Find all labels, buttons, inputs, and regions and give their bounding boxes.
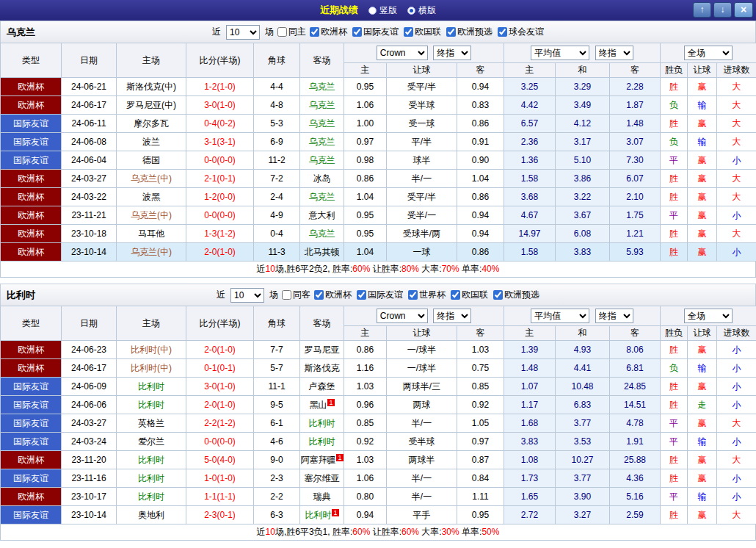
same-venue-checkbox[interactable]: [282, 290, 291, 300]
match-row[interactable]: 欧洲杯24-06-21斯洛伐克(中)1-2(1-0)4-4乌克兰0.95受平/半…: [1, 78, 756, 96]
match-row[interactable]: 欧洲杯23-10-18马耳他1-3(1-2)0-4乌克兰0.95受球半/两0.9…: [1, 225, 756, 243]
euro-source-select[interactable]: 平均值: [531, 46, 589, 60]
score-cell: 1-3(1-2): [186, 225, 254, 243]
asia-away-odds-cell: 0.94: [457, 78, 504, 96]
result-cell: 胜: [661, 378, 688, 396]
league-checkbox[interactable]: [357, 290, 366, 300]
titlebar-buttons: ↑ ↓ ×: [693, 2, 753, 18]
league-filter[interactable]: 欧洲预选: [493, 289, 539, 301]
match-row[interactable]: 国际友谊24-06-11摩尔多瓦0-4(0-2)5-3乌克兰1.00受一球0.8…: [1, 115, 756, 133]
type-cell: 欧洲杯: [1, 188, 62, 206]
handicap-result-cell: 赢: [688, 469, 717, 488]
league-checkbox[interactable]: [446, 27, 456, 37]
match-row[interactable]: 欧洲杯23-11-21乌克兰(中)0-0(0-0)4-9意大利0.95受半/一0…: [1, 206, 756, 225]
col-goals-result: 进球数: [717, 63, 756, 78]
league-filter[interactable]: 欧国联: [404, 26, 441, 38]
move-up-button[interactable]: ↑: [693, 2, 711, 18]
goals-result-cell: 小: [717, 206, 756, 225]
match-count-select[interactable]: 10: [226, 25, 260, 40]
league-checkbox[interactable]: [493, 290, 503, 300]
match-row[interactable]: 欧洲杯23-10-14乌克兰(中)2-0(1-0)11-3北马其顿1.04一球0…: [1, 243, 756, 262]
type-cell: 欧洲杯: [1, 206, 62, 225]
match-row[interactable]: 欧洲杯23-10-17比利时1-1(1-1)2-2瑞典0.80半/一1.111.…: [1, 488, 756, 506]
match-row[interactable]: 国际友谊23-10-14奥地利2-3(0-1)6-3比利时10.94平手0.95…: [1, 506, 756, 524]
league-checkbox[interactable]: [451, 290, 460, 300]
league-filter[interactable]: 欧洲预选: [446, 26, 493, 38]
col-date: 日期: [62, 306, 117, 341]
col-euro-away: 客: [610, 63, 661, 78]
match-row[interactable]: 欧洲杯24-03-27乌克兰(中)2-1(0-1)7-2冰岛0.86半/一1.0…: [1, 170, 756, 188]
league-checkbox[interactable]: [404, 27, 413, 37]
bookmaker-select[interactable]: Crown: [377, 309, 428, 323]
match-row[interactable]: 国际友谊24-06-09比利时3-0(1-0)11-1卢森堡1.03两球半/三0…: [1, 378, 756, 396]
asia-home-odds-cell: 1.06: [344, 469, 387, 488]
match-row[interactable]: 欧洲杯23-11-20比利时5-0(4-0)9-0阿塞拜疆11.03两球半0.8…: [1, 451, 756, 469]
col-home: 主场: [117, 306, 186, 341]
goals-result-cell: 大: [717, 115, 756, 133]
asia-away-odds-cell: 0.85: [457, 378, 504, 396]
match-row[interactable]: 国际友谊24-03-27英格兰2-2(1-2)6-1比利时0.85半/一1.05…: [1, 414, 756, 433]
same-venue-filter[interactable]: 同主: [277, 26, 306, 38]
match-row[interactable]: 国际友谊24-06-08波兰3-1(3-1)6-9乌克兰0.97平/半0.912…: [1, 133, 756, 151]
move-down-button[interactable]: ↓: [713, 2, 732, 18]
asia-odds-time-select[interactable]: 终指: [433, 46, 471, 60]
match-row[interactable]: 国际友谊24-06-04德国0-0(0-0)11-2乌克兰0.98球半0.901…: [1, 151, 756, 170]
home-team: 比利时: [117, 451, 186, 469]
match-row[interactable]: 欧洲杯24-03-22波黑1-2(0-0)2-4乌克兰1.04受平/半0.863…: [1, 188, 756, 206]
match-row[interactable]: 欧洲杯24-06-23比利时(中)2-0(1-0)7-7罗马尼亚0.86一/球半…: [1, 341, 756, 359]
league-checkbox[interactable]: [498, 27, 507, 37]
type-cell: 欧洲杯: [1, 96, 62, 115]
close-button[interactable]: ×: [734, 2, 753, 18]
corner-cell: 0-4: [254, 225, 300, 243]
away-team: 瑞典: [300, 488, 344, 506]
col-score: 比分(半场): [186, 43, 254, 78]
date-cell: 23-10-14: [62, 506, 117, 524]
league-checkbox[interactable]: [352, 27, 362, 37]
league-filter[interactable]: 世界杯: [408, 289, 446, 301]
euro-odds-time-select[interactable]: 终指: [595, 46, 633, 60]
layout-vertical-option[interactable]: 竖版: [368, 4, 397, 17]
handicap-result-cell: 走: [688, 396, 717, 414]
asia-handicap-cell: 两球半: [387, 451, 457, 469]
league-filter[interactable]: 球会友谊: [498, 26, 544, 38]
same-venue-checkbox[interactable]: [277, 27, 287, 37]
euro-source-select[interactable]: 平均值: [531, 309, 589, 323]
goals-result-cell: 小: [717, 469, 756, 488]
league-filter[interactable]: 欧国联: [451, 289, 488, 301]
match-row[interactable]: 欧洲杯24-06-17比利时(中)0-1(0-1)5-7斯洛伐克1.16一/球半…: [1, 359, 756, 378]
goals-result-cell: 小: [717, 151, 756, 170]
match-count-select[interactable]: 10: [230, 288, 264, 303]
asia-odds-time-select[interactable]: 终指: [433, 309, 471, 323]
bookmaker-select[interactable]: Crown: [377, 46, 428, 60]
scope-select[interactable]: 全场: [684, 309, 733, 323]
away-team: 罗马尼亚: [300, 341, 344, 359]
score-cell: 1-2(1-0): [186, 78, 254, 96]
same-venue-filter[interactable]: 同客: [282, 289, 310, 301]
goals-result-cell: 大: [717, 506, 756, 524]
euro-home-odds-cell: 1.48: [504, 359, 556, 378]
scope-select[interactable]: 全场: [684, 46, 733, 60]
asia-away-odds-cell: 0.94: [457, 225, 504, 243]
league-checkbox[interactable]: [408, 290, 418, 300]
asia-handicap-cell: 一/球半: [387, 341, 457, 359]
result-cell: 胜: [661, 341, 688, 359]
layout-horizontal-option[interactable]: 横版: [407, 4, 436, 17]
result-cell: 胜: [661, 78, 688, 96]
league-checkbox[interactable]: [310, 27, 319, 37]
match-row[interactable]: 欧洲杯24-06-17罗马尼亚(中)3-0(1-0)4-8乌克兰1.06受半球0…: [1, 96, 756, 115]
league-filter[interactable]: 国际友谊: [352, 26, 399, 38]
league-checkbox[interactable]: [314, 290, 324, 300]
league-filter[interactable]: 国际友谊: [357, 289, 403, 301]
asia-handicap-cell: 平手: [387, 506, 457, 524]
euro-odds-time-select[interactable]: 终指: [595, 309, 633, 323]
match-row[interactable]: 国际友谊24-03-24爱尔兰0-0(0-0)4-6比利时0.92受半球0.97…: [1, 433, 756, 451]
match-row[interactable]: 国际友谊23-11-16比利时1-0(1-0)2-3塞尔维亚1.06半/一0.8…: [1, 469, 756, 488]
summary-segment: 10: [266, 527, 275, 537]
home-team: 英格兰: [117, 414, 186, 433]
league-filter[interactable]: 欧洲杯: [310, 26, 347, 38]
league-filter[interactable]: 欧洲杯: [314, 289, 352, 301]
league-label: 欧洲杯: [321, 26, 347, 38]
match-row[interactable]: 国际友谊24-06-06比利时2-0(1-0)9-5黑山10.96两球0.921…: [1, 396, 756, 414]
league-filters: 欧洲杯国际友谊世界杯欧国联欧洲预选: [314, 289, 539, 301]
summary-segment: 近: [257, 527, 266, 537]
